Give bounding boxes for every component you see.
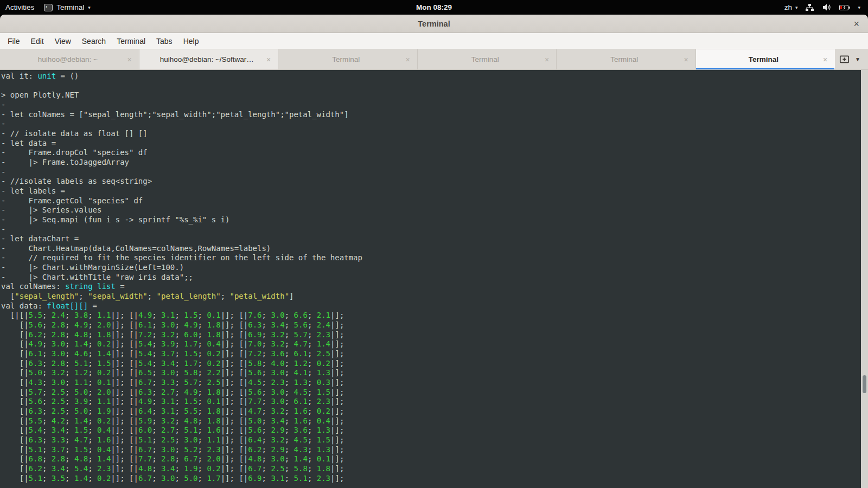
terminal-line: - |> Chart.withMarginSize(Left=100.) xyxy=(1,263,859,273)
menu-item-edit[interactable]: Edit xyxy=(25,33,49,49)
terminal-line: - Frame.getCol "species" df xyxy=(1,196,859,206)
terminal-line: [|5.5; 4.2; 1.4; 0.2|]; [|5.9; 3.2; 4.8;… xyxy=(1,416,859,426)
terminal-viewport[interactable]: val it: unit = () > open Plotly.NET- - l… xyxy=(0,70,868,488)
terminal-line: [|4.3; 3.0; 1.1; 0.1|]; [|6.7; 3.3; 5.7;… xyxy=(1,378,859,388)
terminal-output: val it: unit = () > open Plotly.NET- - l… xyxy=(0,70,868,483)
terminal-line: - xyxy=(1,119,859,129)
terminal-line: - let labels = xyxy=(1,187,859,196)
window-title: Terminal xyxy=(418,20,450,28)
tab-close-icon[interactable]: × xyxy=(820,55,830,64)
terminal-line: - xyxy=(1,100,859,110)
tab-1[interactable]: huihoo@debian: ~× xyxy=(0,49,139,69)
new-tab-icon xyxy=(839,54,850,65)
scrollbar[interactable] xyxy=(861,70,868,488)
tab-strip: huihoo@debian: ~×huihoo@debian: ~/Softwa… xyxy=(0,49,835,69)
terminal-line: [|6.8; 2.8; 4.8; 1.4|]; [|7.7; 2.8; 6.7;… xyxy=(1,454,859,464)
terminal-line: - Chart.Heatmap(data,ColNames=colNames,R… xyxy=(1,244,859,254)
terminal-line: [|6.2; 2.8; 4.8; 1.8|]; [|7.2; 3.2; 6.0;… xyxy=(1,330,859,340)
terminal-line: - Frame.dropCol "species" df xyxy=(1,148,859,158)
tab-label: Terminal xyxy=(570,55,679,63)
terminal-line: - // required to fit the species identif… xyxy=(1,253,859,263)
tab-list-dropdown-button[interactable]: ▼ xyxy=(855,56,860,62)
terminal-line: ["sepal_length"; "sepal_width"; "petal_l… xyxy=(1,292,859,301)
tab-label: huihoo@debian: ~/Softwar… xyxy=(152,55,262,63)
focused-app-label: Terminal xyxy=(56,3,84,11)
screen: Activities › Terminal ▾ Mon 08:29 zh ▾ xyxy=(0,0,868,488)
tab-bar: huihoo@debian: ~×huihoo@debian: ~/Softwa… xyxy=(0,49,868,70)
menu-item-search[interactable]: Search xyxy=(76,33,111,49)
terminal-line: - xyxy=(1,168,859,177)
terminal-line: [|5.6; 2.8; 4.9; 2.0|]; [|6.1; 3.0; 4.9;… xyxy=(1,320,859,330)
terminal-line: val it: unit = () xyxy=(1,72,859,81)
menu-item-tabs[interactable]: Tabs xyxy=(151,33,178,49)
menu-item-file[interactable]: File xyxy=(2,33,25,49)
terminal-line: - xyxy=(1,225,859,235)
terminal-app-icon: › xyxy=(44,4,53,11)
terminal-line: - let colNames = ["sepal_length";"sepal_… xyxy=(1,110,859,120)
terminal-line: - |> Frame.toJaggedArray xyxy=(1,158,859,168)
tab-close-icon[interactable]: × xyxy=(264,55,273,64)
terminal-line: - |> Series.values xyxy=(1,206,859,215)
tab-4[interactable]: Terminal× xyxy=(418,49,557,69)
menu-item-terminal[interactable]: Terminal xyxy=(111,33,151,49)
terminal-line: [|5.6; 2.5; 3.9; 1.1|]; [|4.9; 3.1; 1.5;… xyxy=(1,397,859,407)
tab-close-icon[interactable]: × xyxy=(125,55,135,64)
terminal-line: [|6.1; 3.0; 4.6; 1.4|]; [|5.4; 3.7; 1.5;… xyxy=(1,349,859,359)
clock[interactable]: Mon 08:29 xyxy=(0,3,868,11)
chevron-down-icon: ▾ xyxy=(795,5,798,10)
chevron-down-icon: ▼ xyxy=(855,56,860,62)
keyboard-layout-label: zh xyxy=(784,3,792,11)
terminal-line: - // isolate data as float [] [] xyxy=(1,129,859,139)
new-tab-button[interactable] xyxy=(839,54,850,65)
network-icon[interactable] xyxy=(805,3,814,11)
tab-6[interactable]: Terminal× xyxy=(696,49,835,69)
terminal-line: - let dataChart = xyxy=(1,234,859,244)
terminal-line: - let data = xyxy=(1,139,859,149)
activities-button[interactable]: Activities xyxy=(5,3,34,11)
terminal-line: [|6.3; 2.8; 5.1; 1.5|]; [|5.4; 3.4; 1.7;… xyxy=(1,359,859,369)
terminal-line: - //isolate labels as seq<string> xyxy=(1,177,859,187)
terminal-line: [|5.0; 3.2; 1.2; 0.2|]; [|6.5; 3.0; 5.8;… xyxy=(1,368,859,378)
battery-icon[interactable] xyxy=(839,4,850,11)
window-close-button[interactable]: × xyxy=(853,17,859,31)
keyboard-layout-indicator[interactable]: zh ▾ xyxy=(784,3,798,11)
tab-label: Terminal xyxy=(709,55,819,63)
terminal-line: val colNames: string list = xyxy=(1,282,859,292)
terminal-line: [|6.3; 3.3; 4.7; 1.6|]; [|5.1; 2.5; 3.0;… xyxy=(1,435,859,445)
tab-label: huihoo@debian: ~ xyxy=(13,55,123,63)
terminal-line: [|6.2; 3.4; 5.4; 2.3|]; [|4.8; 3.4; 1.9;… xyxy=(1,464,859,474)
terminal-line: [|5.4; 3.4; 1.5; 0.4|]; [|6.0; 2.7; 5.1;… xyxy=(1,426,859,435)
tab-label: Terminal xyxy=(431,55,540,63)
menu-item-view[interactable]: View xyxy=(49,33,76,49)
window-title-bar[interactable]: Terminal × xyxy=(0,15,868,33)
terminal-line xyxy=(1,81,859,91)
terminal-line: [|[|5.5; 2.4; 3.8; 1.1|]; [|4.9; 3.1; 1.… xyxy=(1,311,859,320)
terminal-line: > open Plotly.NET xyxy=(1,91,859,100)
menu-bar: FileEditViewSearchTerminalTabsHelp xyxy=(0,33,868,49)
tab-close-icon[interactable]: × xyxy=(681,55,691,64)
terminal-line: val data: float[][] = xyxy=(1,301,859,311)
terminal-line: [|6.3; 2.5; 5.0; 1.9|]; [|6.4; 3.1; 5.5;… xyxy=(1,407,859,416)
terminal-line: [|5.1; 3.5; 1.4; 0.2|]; [|6.7; 3.0; 5.0;… xyxy=(1,474,859,484)
chevron-down-icon: ▾ xyxy=(88,5,91,10)
tab-5[interactable]: Terminal× xyxy=(557,49,696,69)
system-menu-chevron-icon[interactable]: ▾ xyxy=(858,5,860,10)
volume-icon[interactable] xyxy=(822,3,832,11)
terminal-line: [|5.7; 2.5; 5.0; 2.0|]; [|6.3; 2.7; 4.9;… xyxy=(1,388,859,397)
terminal-line: - |> Seq.mapi (fun i s -> sprintf "%s_%i… xyxy=(1,215,859,225)
focused-app-menu[interactable]: › Terminal ▾ xyxy=(44,3,91,11)
terminal-line: [|5.1; 3.7; 1.5; 0.4|]; [|6.7; 3.0; 5.2;… xyxy=(1,445,859,455)
tab-label: Terminal xyxy=(291,55,401,63)
tab-close-icon[interactable]: × xyxy=(403,55,413,64)
terminal-line: - |> Chart.withTitle "raw iris data";; xyxy=(1,273,859,282)
tab-2[interactable]: huihoo@debian: ~/Softwar…× xyxy=(139,49,279,69)
menu-item-help[interactable]: Help xyxy=(178,33,205,49)
tab-3[interactable]: Terminal× xyxy=(278,49,418,69)
gnome-top-bar: Activities › Terminal ▾ Mon 08:29 zh ▾ xyxy=(0,0,868,15)
scrollbar-thumb[interactable] xyxy=(863,375,866,393)
terminal-line: [|4.9; 3.0; 1.4; 0.2|]; [|5.4; 3.9; 1.7;… xyxy=(1,339,859,349)
tab-close-icon[interactable]: × xyxy=(542,55,552,64)
